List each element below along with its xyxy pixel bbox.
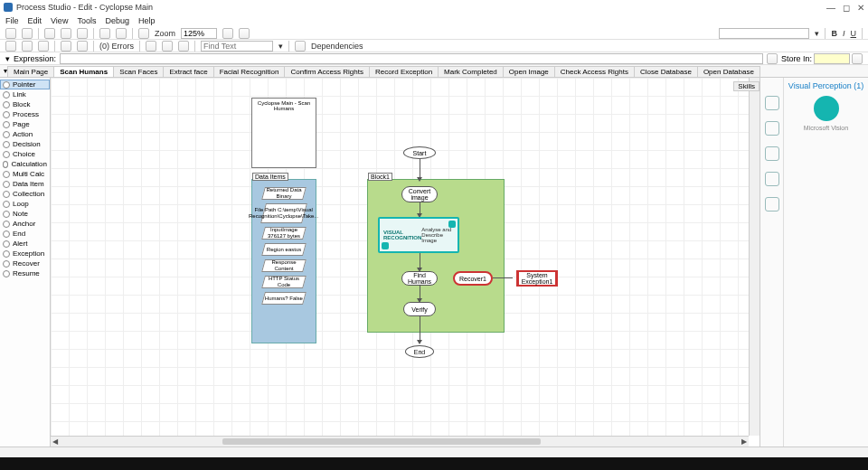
palette-pointer[interactable]: Pointer	[0, 80, 50, 89]
tab-scan-faces[interactable]: Scan Faces	[113, 66, 164, 77]
tab-scan-humans[interactable]: Scan Humans	[53, 66, 114, 77]
zoom-out-icon[interactable]	[222, 28, 233, 39]
italic-button[interactable]: I	[843, 29, 845, 38]
storein-input[interactable]	[814, 53, 850, 64]
find-humans-stage[interactable]: Find Humans	[401, 271, 438, 286]
menu-edit[interactable]: Edit	[28, 16, 42, 25]
zoom-in-icon[interactable]	[239, 28, 250, 39]
vp-skill-icon[interactable]	[814, 96, 839, 121]
palette-choice[interactable]: Choice	[0, 149, 50, 159]
dataitem-response[interactable]: Response Content	[261, 259, 307, 272]
step-icon[interactable]	[22, 41, 33, 52]
bold-button[interactable]: B	[831, 29, 837, 38]
tab-main-page[interactable]: Main Page	[7, 66, 54, 77]
skill-icon-2[interactable]	[765, 121, 779, 136]
recover-stage[interactable]: Recover1	[453, 271, 493, 286]
zoom-input[interactable]	[181, 28, 217, 39]
tab-open-db[interactable]: Open Database	[697, 66, 760, 77]
skill-icon-5[interactable]	[765, 197, 779, 212]
info-box[interactable]: Cyclopse Main - Scan Humans	[251, 98, 316, 168]
font-combo[interactable]	[719, 28, 809, 39]
dataitem-status[interactable]: HTTP Status Code	[261, 276, 307, 288]
convert-image-stage[interactable]: Convert image	[401, 186, 438, 202]
palette-block[interactable]: Block	[0, 99, 50, 109]
skills-tab[interactable]: Skills	[733, 81, 760, 91]
snap-icon[interactable]	[162, 41, 173, 52]
scroll-left-icon[interactable]: ◀	[51, 437, 60, 446]
tab-confirm-access[interactable]: Confirm Access Rights	[284, 66, 369, 77]
tab-record-exception[interactable]: Record Exception	[369, 66, 439, 77]
tab-extract-face[interactable]: Extract face	[163, 66, 213, 77]
find-input[interactable]	[201, 41, 273, 52]
breakpoint-icon[interactable]	[61, 41, 71, 52]
copy-icon[interactable]	[61, 28, 71, 39]
palette-note[interactable]: Note	[0, 209, 50, 219]
verify-stage[interactable]: Verify	[403, 302, 436, 316]
dataitem-region[interactable]: Region eastus	[261, 243, 307, 256]
undo-icon[interactable]	[99, 28, 110, 39]
dataitem-returned[interactable]: Returned Data Binary	[261, 187, 307, 200]
visual-recognition-stage[interactable]: VISUAL RECOGNITION Analyse and Describe …	[378, 217, 459, 253]
maximize-button[interactable]: ◻	[843, 3, 850, 13]
new-icon[interactable]	[5, 28, 16, 39]
skill-icon-3[interactable]	[765, 146, 779, 161]
horizontal-scrollbar[interactable]: ◀ ▶	[51, 436, 749, 446]
palette-resume[interactable]: Resume	[0, 268, 50, 278]
skill-icon-1[interactable]	[765, 96, 779, 110]
palette-dataitem[interactable]: Data Item	[0, 179, 50, 189]
dataitem-humans[interactable]: Humans? False	[261, 292, 307, 305]
palette-page[interactable]: Page	[0, 119, 50, 129]
cut-icon[interactable]	[44, 28, 55, 39]
errors-label[interactable]: (0) Errors	[99, 42, 134, 51]
skill-icon-4[interactable]	[765, 172, 779, 186]
print-icon[interactable]	[138, 28, 149, 39]
menu-debug[interactable]: Debug	[105, 16, 129, 25]
block1[interactable]: Block1	[367, 179, 505, 333]
menu-file[interactable]: File	[5, 16, 19, 25]
palette-decision[interactable]: Decision	[0, 139, 50, 149]
tab-facial-recognition[interactable]: Facial Recognition	[213, 66, 286, 77]
palette-loop[interactable]: Loop	[0, 199, 50, 209]
palette-end[interactable]: End	[0, 229, 50, 239]
menu-help[interactable]: Help	[138, 16, 156, 25]
deps-label[interactable]: Dependencies	[311, 42, 363, 51]
tab-close-db[interactable]: Close Database	[634, 66, 698, 77]
storein-picker-icon[interactable]	[852, 53, 863, 64]
deps-icon[interactable]	[295, 41, 306, 52]
palette-process[interactable]: Process	[0, 109, 50, 119]
palette-multicalc[interactable]: Multi Calc	[0, 169, 50, 179]
system-exception-stage[interactable]: System Exception1	[517, 270, 557, 287]
expression-input[interactable]	[60, 53, 763, 64]
grid-icon[interactable]	[146, 41, 156, 52]
palette-collection[interactable]: Collection	[0, 189, 50, 199]
dataitem-inputimage[interactable]: InputImage 376127 bytes	[261, 227, 307, 240]
redo-icon[interactable]	[116, 28, 127, 39]
tab-check-access[interactable]: Check Access Rights	[554, 66, 635, 77]
validate-icon[interactable]	[77, 41, 88, 52]
palette-recover[interactable]: Recover	[0, 258, 50, 268]
palette-calculation[interactable]: Calculation	[0, 159, 50, 169]
flow-canvas[interactable]: Cyclopse Main - Scan Humans Data Items R…	[51, 78, 749, 436]
minimize-button[interactable]: —	[826, 3, 835, 13]
paste-icon[interactable]	[77, 28, 88, 39]
save-icon[interactable]	[22, 28, 33, 39]
scroll-thumb[interactable]	[222, 438, 541, 445]
palette-exception[interactable]: Exception	[0, 249, 50, 258]
start-stage[interactable]: Start	[403, 146, 436, 159]
run-icon[interactable]	[5, 41, 16, 52]
expr-calc-icon[interactable]	[767, 53, 778, 64]
scroll-right-icon[interactable]: ▶	[740, 437, 749, 446]
close-button[interactable]: ✕	[857, 3, 864, 13]
tab-mark-completed[interactable]: Mark Completed	[438, 66, 504, 77]
palette-anchor[interactable]: Anchor	[0, 219, 50, 229]
menu-tools[interactable]: Tools	[77, 16, 96, 25]
menu-view[interactable]: View	[51, 16, 68, 25]
palette-alert[interactable]: Alert	[0, 239, 50, 249]
palette-link[interactable]: Link	[0, 89, 50, 99]
data-items-block[interactable]: Data Items Returned Data Binary File Pat…	[251, 179, 316, 343]
underline-button[interactable]: U	[851, 29, 857, 38]
dataitem-filepath[interactable]: File Path C:\temp\Visual Recognition\Cyc…	[260, 203, 307, 223]
align-icon[interactable]	[178, 41, 189, 52]
end-stage[interactable]: End	[405, 345, 434, 358]
tab-open-image[interactable]: Open Image	[503, 66, 555, 77]
